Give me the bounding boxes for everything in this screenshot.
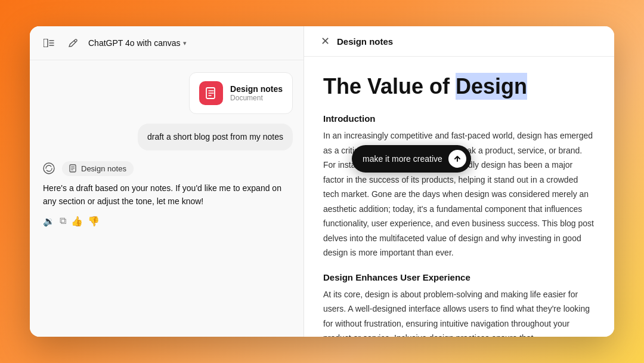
right-panel-title: Design notes bbox=[337, 36, 393, 47]
model-name: ChatGPT 4o with canvas bbox=[88, 38, 181, 48]
svg-point-9 bbox=[44, 163, 54, 174]
right-content: make it more creative The Value of Desig… bbox=[304, 57, 614, 337]
floating-toolbar[interactable]: make it more creative bbox=[352, 145, 471, 173]
chatgpt-icon bbox=[41, 160, 57, 177]
feedback-icons: 🔉 ⧉ 👍 👎 bbox=[41, 216, 293, 227]
chat-area: Design notes Document draft a short blog… bbox=[30, 60, 304, 337]
user-message: draft a short blog post from my notes bbox=[138, 124, 293, 150]
copy-icon[interactable]: ⧉ bbox=[60, 216, 66, 227]
document-card[interactable]: Design notes Document bbox=[189, 72, 293, 114]
app-window: ChatGPT 4o with canvas ▾ Design notes D bbox=[30, 26, 614, 337]
sidebar-toggle-button[interactable] bbox=[41, 35, 57, 51]
intro-heading: Introduction bbox=[323, 113, 595, 124]
doc-title: Design notes bbox=[230, 84, 283, 94]
assistant-message: Here's a draft based on your notes. If y… bbox=[41, 182, 293, 208]
section2-text: At its core, design is about problem-sol… bbox=[323, 287, 595, 337]
assistant-section: Design notes Here's a draft based on you… bbox=[41, 160, 293, 227]
thumbs-down-icon[interactable]: 👎 bbox=[88, 216, 100, 227]
svg-line-4 bbox=[74, 41, 76, 42]
volume-icon[interactable]: 🔉 bbox=[43, 216, 55, 227]
doc-main-title: The Value of Design bbox=[323, 73, 595, 99]
design-notes-pill[interactable]: Design notes bbox=[62, 161, 134, 176]
floating-send-button[interactable] bbox=[448, 150, 466, 168]
model-selector[interactable]: ChatGPT 4o with canvas ▾ bbox=[88, 38, 187, 48]
thumbs-up-icon[interactable]: 👍 bbox=[71, 216, 83, 227]
svg-rect-0 bbox=[44, 39, 48, 47]
chevron-down-icon: ▾ bbox=[183, 39, 187, 47]
assistant-header: Design notes bbox=[41, 160, 293, 177]
top-bar: ChatGPT 4o with canvas ▾ bbox=[30, 26, 304, 60]
floating-input-text: make it more creative bbox=[363, 154, 442, 164]
doc-info: Design notes Document bbox=[230, 84, 283, 102]
section2-heading: Design Enhances User Experience bbox=[323, 272, 595, 282]
right-panel: ✕ Design notes make it more creative The… bbox=[304, 26, 614, 337]
close-button[interactable]: ✕ bbox=[321, 35, 330, 48]
pill-label: Design notes bbox=[81, 164, 126, 173]
left-panel: ChatGPT 4o with canvas ▾ Design notes D bbox=[30, 26, 304, 337]
new-chat-button[interactable] bbox=[64, 35, 81, 51]
doc-type: Document bbox=[230, 94, 283, 102]
right-header: ✕ Design notes bbox=[304, 26, 614, 57]
document-icon bbox=[199, 81, 223, 105]
